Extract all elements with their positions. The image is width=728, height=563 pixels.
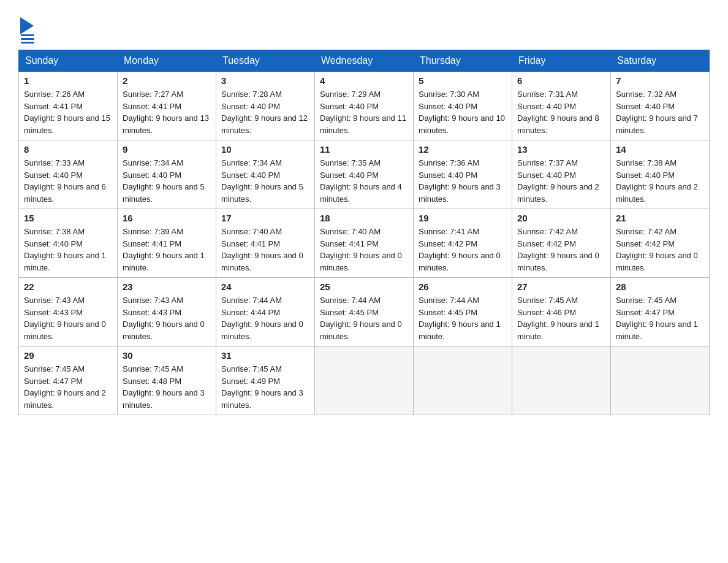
calendar-day-cell: 25 Sunrise: 7:44 AM Sunset: 4:45 PM Dayl… [315, 278, 414, 347]
calendar-header-row: SundayMondayTuesdayWednesdayThursdayFrid… [19, 50, 710, 72]
day-number: 4 [320, 75, 408, 86]
day-number: 8 [24, 144, 112, 155]
day-info: Sunrise: 7:44 AM Sunset: 4:44 PM Dayligh… [221, 294, 309, 342]
day-number: 5 [419, 75, 507, 86]
day-number: 11 [320, 144, 408, 155]
calendar-day-cell: 31 Sunrise: 7:45 AM Sunset: 4:49 PM Dayl… [216, 347, 315, 415]
calendar-day-cell [512, 347, 611, 415]
calendar-header-friday: Friday [512, 50, 611, 72]
day-info: Sunrise: 7:27 AM Sunset: 4:41 PM Dayligh… [123, 88, 211, 136]
calendar-header-tuesday: Tuesday [216, 50, 315, 72]
day-info: Sunrise: 7:43 AM Sunset: 4:43 PM Dayligh… [24, 294, 112, 342]
day-number: 20 [517, 213, 605, 223]
day-number: 27 [517, 282, 605, 292]
day-info: Sunrise: 7:44 AM Sunset: 4:45 PM Dayligh… [419, 294, 507, 342]
day-info: Sunrise: 7:45 AM Sunset: 4:47 PM Dayligh… [616, 294, 704, 342]
calendar-day-cell: 10 Sunrise: 7:34 AM Sunset: 4:40 PM Dayl… [216, 140, 315, 209]
day-number: 3 [221, 75, 309, 86]
day-info: Sunrise: 7:35 AM Sunset: 4:40 PM Dayligh… [320, 157, 408, 205]
day-number: 28 [616, 282, 704, 292]
calendar-header-thursday: Thursday [414, 50, 512, 72]
calendar-day-cell: 30 Sunrise: 7:45 AM Sunset: 4:48 PM Dayl… [118, 347, 216, 415]
calendar-day-cell: 26 Sunrise: 7:44 AM Sunset: 4:45 PM Dayl… [414, 278, 512, 347]
calendar-day-cell [315, 347, 414, 415]
calendar-day-cell: 16 Sunrise: 7:39 AM Sunset: 4:41 PM Dayl… [118, 209, 216, 278]
day-info: Sunrise: 7:45 AM Sunset: 4:46 PM Dayligh… [517, 294, 605, 342]
calendar-day-cell: 11 Sunrise: 7:35 AM Sunset: 4:40 PM Dayl… [315, 140, 414, 209]
svg-marker-0 [20, 17, 34, 34]
day-number: 25 [320, 282, 408, 292]
calendar-day-cell: 4 Sunrise: 7:29 AM Sunset: 4:40 PM Dayli… [315, 72, 414, 140]
calendar-day-cell [414, 347, 512, 415]
day-number: 30 [123, 350, 211, 361]
calendar-day-cell: 14 Sunrise: 7:38 AM Sunset: 4:40 PM Dayl… [611, 140, 710, 209]
day-number: 1 [24, 75, 112, 86]
calendar-week-row: 22 Sunrise: 7:43 AM Sunset: 4:43 PM Dayl… [19, 278, 710, 347]
calendar-day-cell: 18 Sunrise: 7:40 AM Sunset: 4:41 PM Dayl… [315, 209, 414, 278]
calendar-week-row: 1 Sunrise: 7:26 AM Sunset: 4:41 PM Dayli… [19, 72, 710, 140]
day-info: Sunrise: 7:29 AM Sunset: 4:40 PM Dayligh… [320, 88, 408, 136]
day-info: Sunrise: 7:32 AM Sunset: 4:40 PM Dayligh… [616, 88, 704, 136]
day-info: Sunrise: 7:43 AM Sunset: 4:43 PM Dayligh… [123, 294, 211, 342]
calendar-day-cell: 8 Sunrise: 7:33 AM Sunset: 4:40 PM Dayli… [19, 140, 118, 209]
day-info: Sunrise: 7:30 AM Sunset: 4:40 PM Dayligh… [419, 88, 507, 136]
day-number: 7 [616, 75, 704, 86]
day-info: Sunrise: 7:44 AM Sunset: 4:45 PM Dayligh… [320, 294, 408, 342]
day-number: 14 [616, 144, 704, 155]
calendar-day-cell: 24 Sunrise: 7:44 AM Sunset: 4:44 PM Dayl… [216, 278, 315, 347]
calendar-table: SundayMondayTuesdayWednesdayThursdayFrid… [18, 50, 710, 415]
day-number: 17 [221, 213, 309, 223]
calendar-header-saturday: Saturday [611, 50, 710, 72]
day-info: Sunrise: 7:34 AM Sunset: 4:40 PM Dayligh… [221, 157, 309, 205]
day-info: Sunrise: 7:37 AM Sunset: 4:40 PM Dayligh… [517, 157, 605, 205]
day-info: Sunrise: 7:42 AM Sunset: 4:42 PM Dayligh… [616, 226, 704, 274]
calendar-header-wednesday: Wednesday [315, 50, 414, 72]
logo-arrow-icon [20, 17, 34, 34]
day-number: 18 [320, 213, 408, 223]
calendar-day-cell: 19 Sunrise: 7:41 AM Sunset: 4:42 PM Dayl… [414, 209, 512, 278]
calendar-day-cell: 28 Sunrise: 7:45 AM Sunset: 4:47 PM Dayl… [611, 278, 710, 347]
calendar-day-cell: 5 Sunrise: 7:30 AM Sunset: 4:40 PM Dayli… [414, 72, 512, 140]
day-number: 16 [123, 213, 211, 223]
day-number: 15 [24, 213, 112, 223]
day-info: Sunrise: 7:38 AM Sunset: 4:40 PM Dayligh… [616, 157, 704, 205]
day-number: 12 [419, 144, 507, 155]
calendar-day-cell: 27 Sunrise: 7:45 AM Sunset: 4:46 PM Dayl… [512, 278, 611, 347]
calendar-day-cell: 29 Sunrise: 7:45 AM Sunset: 4:47 PM Dayl… [19, 347, 118, 415]
logo [18, 18, 34, 44]
day-info: Sunrise: 7:45 AM Sunset: 4:48 PM Dayligh… [123, 363, 211, 411]
calendar-day-cell: 7 Sunrise: 7:32 AM Sunset: 4:40 PM Dayli… [611, 72, 710, 140]
day-info: Sunrise: 7:28 AM Sunset: 4:40 PM Dayligh… [221, 88, 309, 136]
calendar-day-cell: 20 Sunrise: 7:42 AM Sunset: 4:42 PM Dayl… [512, 209, 611, 278]
calendar-day-cell: 6 Sunrise: 7:31 AM Sunset: 4:40 PM Dayli… [512, 72, 611, 140]
day-number: 9 [123, 144, 211, 155]
day-info: Sunrise: 7:45 AM Sunset: 4:47 PM Dayligh… [24, 363, 112, 411]
calendar-header-monday: Monday [118, 50, 216, 72]
day-info: Sunrise: 7:26 AM Sunset: 4:41 PM Dayligh… [24, 88, 112, 136]
day-number: 31 [221, 350, 309, 361]
day-info: Sunrise: 7:38 AM Sunset: 4:40 PM Dayligh… [24, 226, 112, 274]
day-number: 10 [221, 144, 309, 155]
day-info: Sunrise: 7:40 AM Sunset: 4:41 PM Dayligh… [320, 226, 408, 274]
day-info: Sunrise: 7:41 AM Sunset: 4:42 PM Dayligh… [419, 226, 507, 274]
calendar-day-cell: 22 Sunrise: 7:43 AM Sunset: 4:43 PM Dayl… [19, 278, 118, 347]
day-number: 23 [123, 282, 211, 292]
day-info: Sunrise: 7:42 AM Sunset: 4:42 PM Dayligh… [517, 226, 605, 274]
day-number: 26 [419, 282, 507, 292]
calendar-day-cell: 17 Sunrise: 7:40 AM Sunset: 4:41 PM Dayl… [216, 209, 315, 278]
calendar-day-cell: 9 Sunrise: 7:34 AM Sunset: 4:40 PM Dayli… [118, 140, 216, 209]
calendar-day-cell: 2 Sunrise: 7:27 AM Sunset: 4:41 PM Dayli… [118, 72, 216, 140]
day-info: Sunrise: 7:33 AM Sunset: 4:40 PM Dayligh… [24, 157, 112, 205]
day-info: Sunrise: 7:39 AM Sunset: 4:41 PM Dayligh… [123, 226, 211, 274]
day-info: Sunrise: 7:31 AM Sunset: 4:40 PM Dayligh… [517, 88, 605, 136]
calendar-week-row: 15 Sunrise: 7:38 AM Sunset: 4:40 PM Dayl… [19, 209, 710, 278]
day-number: 21 [616, 213, 704, 223]
calendar-week-row: 8 Sunrise: 7:33 AM Sunset: 4:40 PM Dayli… [19, 140, 710, 209]
calendar-day-cell: 1 Sunrise: 7:26 AM Sunset: 4:41 PM Dayli… [19, 72, 118, 140]
day-number: 24 [221, 282, 309, 292]
day-info: Sunrise: 7:34 AM Sunset: 4:40 PM Dayligh… [123, 157, 211, 205]
day-number: 13 [517, 144, 605, 155]
page-header [18, 12, 710, 44]
calendar-day-cell: 21 Sunrise: 7:42 AM Sunset: 4:42 PM Dayl… [611, 209, 710, 278]
calendar-day-cell [611, 347, 710, 415]
